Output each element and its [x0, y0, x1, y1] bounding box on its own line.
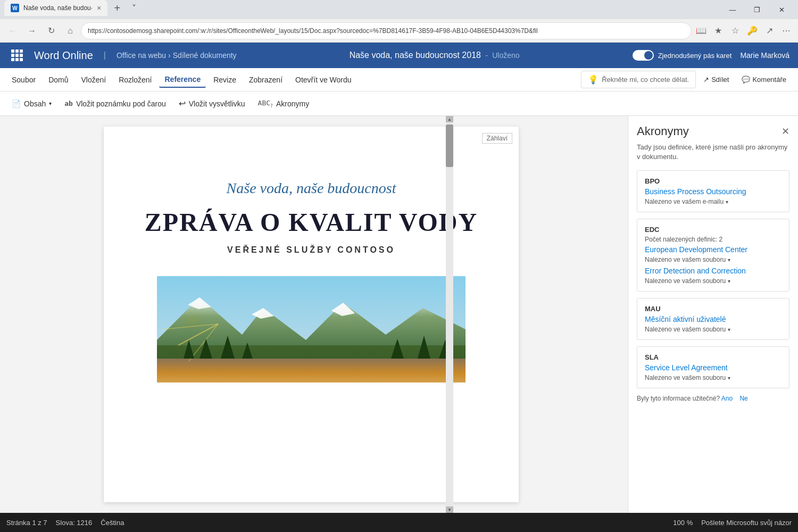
menu-rozlozeni[interactable]: Rozložení — [113, 72, 157, 87]
feedback-no[interactable]: Ne — [739, 395, 747, 402]
forward-button[interactable]: → — [23, 22, 40, 39]
acronym-sla-definition[interactable]: Service Level Agreement — [645, 363, 782, 372]
maximize-button[interactable]: ❐ — [745, 0, 769, 19]
grid-icon — [11, 49, 23, 61]
menu-zobrazeni[interactable]: Zobrazení — [244, 72, 288, 87]
minimize-button[interactable]: — — [720, 0, 745, 19]
scroll-down-button[interactable]: ▼ — [446, 506, 453, 513]
acronym-card-mau: MAU Měsíční aktivní uživatelé Nalezeno v… — [637, 298, 789, 340]
back-button[interactable]: ← — [4, 22, 21, 39]
contents-icon: 📄 — [12, 99, 21, 108]
menu-domu[interactable]: Domů — [43, 72, 73, 87]
acronyms-icon: ABC? — [258, 99, 273, 109]
acronym-edc-abbr: EDC — [645, 226, 782, 234]
document-title-area: Naše voda, naše budoucnost 2018 - Uložen… — [245, 51, 624, 60]
breadcrumb: Office na webu › Sdílené dokumenty — [117, 51, 237, 60]
favorites-icon[interactable]: ★ — [711, 23, 726, 38]
simplified-ribbon-label: Zjednodušený pás karet — [658, 52, 732, 60]
acronym-bpo-definition[interactable]: Business Process Outsourcing — [645, 187, 782, 196]
acronym-sla-abbr: SLA — [645, 353, 782, 361]
acronym-card-bpo: BPO Business Process Outsourcing Nalezen… — [637, 170, 789, 212]
acronym-edc-source1[interactable]: Nalezeno ve vašem souboru ▾ — [645, 256, 782, 263]
panel-header: Akronymy ✕ — [637, 124, 789, 138]
hub-icon[interactable]: ☆ — [728, 23, 743, 38]
new-tab-button[interactable]: + — [109, 0, 126, 16]
breadcrumb-docs[interactable]: Sdílené dokumenty — [173, 51, 237, 60]
menu-vlozeni[interactable]: Vložení — [76, 72, 112, 87]
acronym-sla-source[interactable]: Nalezeno ve vašem souboru ▾ — [645, 374, 782, 381]
toggle-knob — [644, 51, 653, 60]
edc-chevron1-icon: ▾ — [728, 257, 730, 263]
acronym-bpo-source[interactable]: Nalezeno ve vašem e-mailu ▾ — [645, 198, 782, 205]
comments-button[interactable]: 💬 Komentáře — [736, 72, 792, 87]
reader-view-icon[interactable]: 📖 — [694, 23, 709, 38]
main-area: ▲ ▼ Záhlaví Naše voda, naše budoucnost Z… — [0, 116, 798, 513]
browser-tab[interactable]: W Naše voda, naše budou· × — [4, 0, 107, 16]
sla-chevron-icon: ▾ — [728, 375, 730, 381]
panel-title: Akronymy — [637, 124, 689, 138]
home-button[interactable]: ⌂ — [62, 22, 79, 39]
share-button[interactable]: ↗ Sdílet — [698, 72, 734, 87]
app-header: Word Online | Office na webu › Sdílené d… — [0, 43, 798, 68]
acronyms-panel: Akronymy ✕ Tady jsou definice, které jsm… — [628, 116, 798, 513]
acronym-edc-definition1[interactable]: European Development Center — [645, 245, 782, 254]
feedback-yes[interactable]: Ano — [721, 395, 733, 402]
more-options-icon[interactable]: ⋯ — [779, 23, 794, 38]
tell-me-box[interactable]: 💡 Řekněte mi, co chcete dělat. — [581, 71, 696, 88]
language[interactable]: Čeština — [101, 519, 124, 527]
document-cover-image — [157, 276, 466, 383]
refresh-button[interactable]: ↻ — [43, 22, 60, 39]
browser-toolbar: ← → ↻ ⌂ https://contosodemosg.sharepoint… — [0, 19, 798, 43]
acronym-card-sla: SLA Service Level Agreement Nalezeno ve … — [637, 346, 789, 388]
bpo-chevron-icon: ▾ — [726, 199, 728, 205]
share-toolbar-icon[interactable]: ↗ — [762, 23, 777, 38]
vertical-scrollbar[interactable]: ▲ ▼ — [446, 116, 453, 513]
panel-close-button[interactable]: ✕ — [782, 126, 789, 137]
document-subtitle: Naše voda, naše budoucnost — [227, 180, 396, 197]
lightbulb-icon: 💡 — [588, 74, 598, 85]
comments-icon: 💬 — [742, 76, 750, 84]
menu-otevrit[interactable]: Otevřít ve Wordu — [290, 72, 357, 87]
svg-rect-7 — [157, 359, 466, 383]
menu-revize[interactable]: Revize — [208, 72, 242, 87]
contents-button[interactable]: 📄 Obsah ▾ — [6, 96, 57, 111]
browser-chrome: W Naše voda, naše budou· × + ˅ — ❐ ✕ ← →… — [0, 0, 798, 43]
acronym-bpo-abbr: BPO — [645, 177, 782, 185]
user-name[interactable]: Marie Marková — [740, 51, 789, 60]
endnote-button[interactable]: ↩ Vložit vysvětlivku — [173, 95, 251, 112]
acronym-mau-source[interactable]: Nalezeno ve vašem souboru ▾ — [645, 326, 782, 333]
simplified-ribbon-toggle[interactable]: Zjednodušený pás karet — [633, 50, 732, 61]
menu-soubor[interactable]: Soubor — [6, 72, 41, 87]
acronym-mau-definition[interactable]: Měsíční aktivní uživatelé — [645, 315, 782, 323]
scroll-up-button[interactable]: ▲ — [446, 116, 453, 122]
page-count[interactable]: Stránka 1 z 7 — [6, 519, 47, 527]
acronym-mau-abbr: MAU — [645, 305, 782, 313]
acronym-edc-count: Počet nalezených definic: 2 — [645, 236, 782, 243]
address-text: https://contosodemosg.sharepoint.com/:w:… — [88, 27, 538, 35]
tab-menu-button[interactable]: ˅ — [127, 0, 142, 16]
app-launcher-button[interactable] — [9, 47, 26, 64]
feedback-link[interactable]: Pošlete Microsoftu svůj názor — [701, 519, 792, 527]
address-bar[interactable]: https://contosodemosg.sharepoint.com/:w:… — [81, 22, 692, 39]
save-status: Uloženo — [492, 51, 519, 60]
menu-reference[interactable]: Reference — [159, 72, 206, 88]
acronyms-ribbon-button[interactable]: ABC? Akronymy — [253, 96, 315, 112]
footnote-icon: ab — [64, 99, 73, 107]
zoom-level[interactable]: 100 % — [673, 519, 693, 527]
breadcrumb-office[interactable]: Office na webu — [117, 51, 166, 60]
ribbon-toggle-switch[interactable] — [633, 50, 654, 61]
scroll-thumb[interactable] — [446, 124, 453, 167]
app-name: Word Online — [34, 49, 93, 62]
panel-feedback: Byly tyto informace užitečné? Ano Ne — [637, 395, 789, 402]
acronym-edc-definition2[interactable]: Error Detection and Correction — [645, 267, 782, 275]
close-button[interactable]: ✕ — [769, 0, 794, 19]
share-icon: ↗ — [703, 76, 709, 84]
footnote-button[interactable]: ab Vložit poznámku pod čarou — [59, 96, 171, 111]
profile-icon[interactable]: 🔑 — [745, 23, 760, 38]
acronym-edc-source2[interactable]: Nalezeno ve vašem souboru ▾ — [645, 277, 782, 285]
word-count[interactable]: Slova: 1216 — [56, 519, 93, 527]
tab-close-button[interactable]: × — [97, 4, 101, 12]
mau-chevron-icon: ▾ — [728, 327, 730, 332]
document-main-title: ZPRÁVA O KVALIT VODY — [145, 207, 478, 237]
endnote-icon: ↩ — [179, 98, 186, 109]
